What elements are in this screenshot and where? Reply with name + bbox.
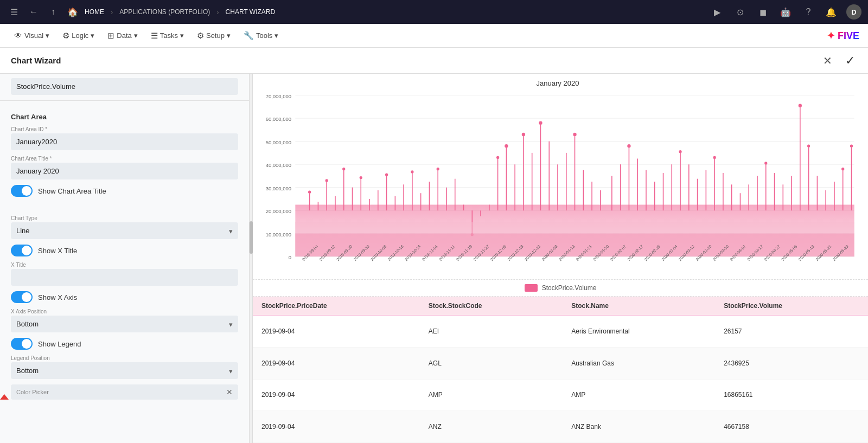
cell-volume: 2436925: [715, 347, 868, 379]
data-table: StockPrice.PriceDate Stock.StockCode Sto…: [253, 297, 868, 443]
cell-volume: 26157: [715, 316, 868, 348]
data-icon: ⊞: [107, 31, 114, 41]
search-icon[interactable]: ⊙: [732, 4, 748, 20]
table-row: 2019-09-04 AEI Aeris Environmental 26157: [253, 316, 868, 348]
svg-point-94: [807, 144, 810, 147]
dialog-header: Chart Wizard ✕ ✓: [0, 48, 868, 74]
home-label[interactable]: HOME: [85, 8, 104, 16]
main-container: Chart Wizard ✕ ✓ Chart Area Chart Area I…: [0, 48, 868, 443]
svg-text:20,000,000: 20,000,000: [266, 208, 291, 214]
svg-point-35: [411, 170, 413, 173]
wizard-label[interactable]: CHART WIZARD: [226, 8, 276, 16]
table-row: 2019-09-04 AMP AMP 16865161: [253, 379, 868, 411]
avatar[interactable]: D: [846, 4, 861, 20]
five-logo: ✦ FIVE: [827, 30, 859, 42]
legend-position-select[interactable]: Bottom Top Left Right: [11, 362, 238, 379]
svg-text:30,000,000: 30,000,000: [266, 185, 291, 191]
confirm-button[interactable]: ✓: [843, 52, 857, 70]
toolbar-data[interactable]: ⊞ Data ▾: [102, 29, 143, 43]
cell-code: AEI: [420, 316, 563, 348]
color-picker-row: Color Picker ✕: [11, 384, 238, 400]
col-header-name: Stock.Name: [563, 297, 715, 316]
logic-arrow: ▾: [91, 31, 94, 40]
show-chart-area-title-row: Show Chart Area Title: [11, 185, 238, 197]
stock-price-volume-input[interactable]: [11, 78, 238, 95]
left-panel-scrollbar[interactable]: [250, 74, 253, 443]
tasks-arrow: ▾: [180, 31, 184, 40]
toolbar-visual[interactable]: 👁 Visual ▾: [9, 29, 55, 42]
chart-container: January 2020 70,000,000 60,000,000 50,00…: [253, 74, 868, 279]
tools-label: Tools: [256, 31, 272, 40]
setup-label: Setup: [206, 31, 225, 40]
stop-icon[interactable]: ◼: [755, 4, 770, 20]
x-title-group: X Title: [11, 262, 238, 286]
visual-label: Visual: [24, 31, 43, 40]
legend-position-label: Legend Position: [11, 355, 238, 361]
help-icon[interactable]: ?: [801, 4, 816, 20]
x-title-input[interactable]: [11, 269, 238, 286]
play-icon[interactable]: ▶: [710, 4, 725, 20]
toolbar-logic[interactable]: ⚙ Logic ▾: [57, 29, 100, 43]
cell-date: 2019-09-04: [253, 379, 420, 411]
logic-label: Logic: [72, 31, 88, 40]
chart-type-select[interactable]: Line Bar Area Scatter Pie: [11, 222, 238, 239]
data-label: Data: [117, 31, 131, 40]
toolbar-tasks[interactable]: ☰ Tasks ▾: [145, 29, 189, 43]
cell-volume: 4667158: [715, 411, 868, 443]
show-chart-area-title-toggle[interactable]: [11, 185, 33, 197]
x-axis-position-select[interactable]: Bottom Top: [11, 316, 238, 332]
svg-point-53: [522, 133, 525, 136]
divider-1: [0, 100, 249, 101]
left-scrollbar-thumb[interactable]: [250, 221, 253, 254]
svg-point-80: [713, 156, 716, 159]
chart-bars: [295, 104, 854, 257]
home-icon[interactable]: 🏠: [65, 4, 80, 20]
robot-icon[interactable]: 🤖: [778, 4, 793, 20]
chart-area-id-input[interactable]: [11, 133, 238, 150]
tools-arrow: ▾: [275, 31, 278, 40]
up-icon[interactable]: ↑: [46, 4, 61, 20]
cell-name: Australian Gas: [563, 347, 715, 379]
tasks-icon: ☰: [151, 31, 158, 41]
toolbar: 👁 Visual ▾ ⚙ Logic ▾ ⊞ Data ▾ ☰ Tasks ▾ …: [0, 24, 868, 48]
nav-sep-2: ›: [216, 8, 219, 16]
nav-sep-1: ›: [111, 8, 113, 16]
notification-icon[interactable]: 🔔: [824, 4, 839, 20]
chart-area-title-group: Chart Area Title *: [11, 156, 238, 179]
svg-point-92: [799, 104, 802, 107]
dialog-title: Chart Wizard: [11, 56, 821, 65]
content-area: Chart Area Chart Area ID * Chart Area Ti…: [0, 74, 868, 443]
show-x-axis-toggle[interactable]: [11, 291, 33, 303]
show-x-axis-label: Show X Axis: [38, 293, 77, 301]
right-panel: January 2020 70,000,000 60,000,000 50,00…: [253, 74, 868, 443]
legend-position-select-wrapper: Bottom Top Left Right: [11, 362, 238, 379]
cell-code: ANZ: [420, 411, 563, 443]
svg-text:50,000,000: 50,000,000: [266, 139, 291, 145]
chart-legend: StockPrice.Volume: [253, 279, 868, 297]
top-input-section: [0, 74, 249, 100]
svg-text:40,000,000: 40,000,000: [266, 162, 291, 168]
svg-text:0: 0: [289, 254, 291, 260]
show-legend-toggle[interactable]: [11, 338, 33, 350]
show-x-title-toggle[interactable]: [11, 245, 33, 256]
apps-label[interactable]: APPLICATIONS (PORTFOLIO): [119, 8, 210, 16]
chart-type-section: Chart Type Line Bar Area Scatter Pie: [0, 209, 249, 406]
svg-point-99: [841, 168, 844, 170]
col-header-volume: StockPrice.Volume: [715, 297, 868, 316]
toolbar-setup[interactable]: ⚙ Setup ▾: [192, 29, 236, 43]
color-picker-label: Color Picker: [16, 389, 222, 395]
svg-point-24: [342, 168, 345, 170]
menu-icon[interactable]: ☰: [7, 4, 22, 20]
chart-area-title-input[interactable]: [11, 163, 238, 179]
table-header-row: StockPrice.PriceDate Stock.StockCode Sto…: [253, 297, 868, 316]
color-picker-close[interactable]: ✕: [226, 388, 233, 396]
svg-point-56: [539, 121, 542, 124]
toolbar-tools[interactable]: 🔧 Tools ▾: [238, 29, 284, 43]
svg-point-101: [850, 144, 853, 147]
close-button[interactable]: ✕: [821, 52, 834, 69]
back-icon[interactable]: ←: [26, 4, 41, 20]
col-header-code: Stock.StockCode: [420, 297, 563, 316]
show-x-title-row: Show X Title: [11, 245, 238, 256]
chart-area-title-label: Chart Area Title *: [11, 156, 238, 162]
logo: ✦ FIVE: [827, 30, 859, 42]
